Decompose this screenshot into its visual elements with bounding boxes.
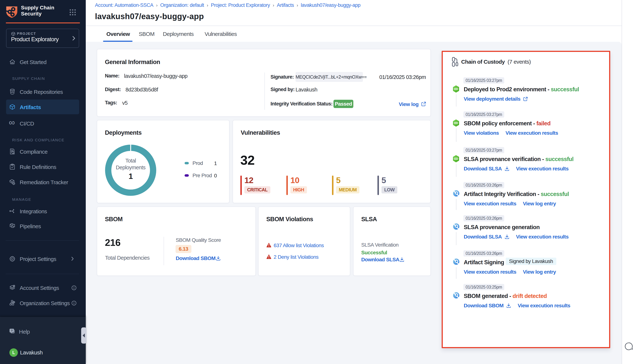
svg-text:?: ? <box>11 329 12 332</box>
